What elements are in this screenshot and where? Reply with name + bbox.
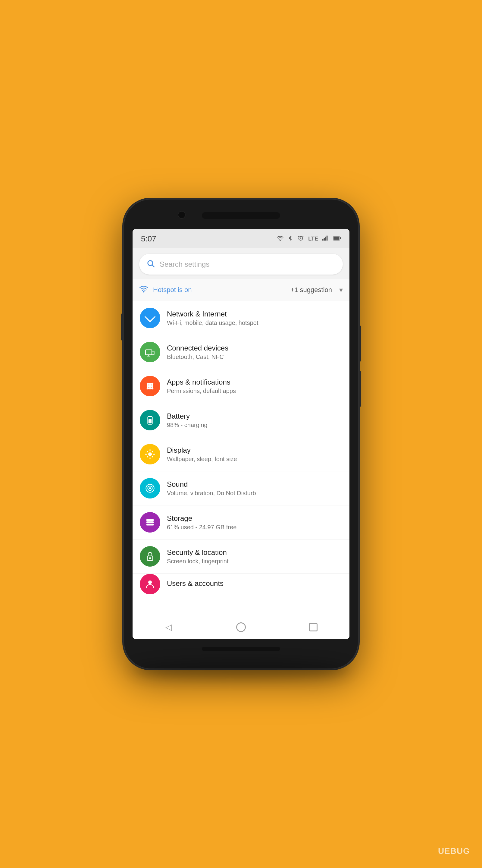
nav-bar: ◁ <box>133 615 349 639</box>
battery-icon <box>140 410 160 430</box>
settings-item-network[interactable]: Network & Internet Wi-Fi, mobile, data u… <box>133 301 349 335</box>
svg-rect-33 <box>147 521 154 523</box>
svg-line-10 <box>152 265 154 267</box>
battery-subtitle: 98% - charging <box>167 422 342 429</box>
settings-item-devices[interactable]: Connected devices Bluetooth, Cast, NFC <box>133 335 349 369</box>
security-subtitle: Screen lock, fingerprint <box>167 558 342 565</box>
svg-point-12 <box>150 321 151 322</box>
svg-rect-32 <box>147 519 154 521</box>
signal-status-icon <box>322 236 329 242</box>
status-bar: 5:07 <box>133 229 349 248</box>
suggestion-text: Hotspot is on <box>153 286 286 294</box>
sound-title: Sound <box>167 480 342 489</box>
apps-subtitle: Permissions, default apps <box>167 388 342 395</box>
speaker-bar <box>202 212 280 219</box>
svg-point-17 <box>149 383 151 385</box>
devices-subtitle: Bluetooth, Cast, NFC <box>167 353 342 361</box>
devices-icon <box>140 342 160 362</box>
network-text: Network & Internet Wi-Fi, mobile, data u… <box>167 310 342 327</box>
apps-icon <box>140 376 160 396</box>
svg-rect-7 <box>340 237 341 239</box>
security-icon <box>140 546 160 567</box>
sound-subtitle: Volume, vibration, Do Not Disturb <box>167 490 342 497</box>
lte-status-icon: LTE <box>308 236 318 241</box>
svg-point-28 <box>148 453 152 456</box>
settings-item-storage[interactable]: Storage 61% used - 24.97 GB free <box>133 505 349 539</box>
battery-text: Battery 98% - charging <box>167 412 342 429</box>
nav-back-button[interactable]: ◁ <box>160 618 178 636</box>
settings-item-battery[interactable]: Battery 98% - charging <box>133 403 349 437</box>
apps-text: Apps & notifications Permissions, defaul… <box>167 378 342 395</box>
power-button[interactable] <box>121 313 124 341</box>
watermark: UEBUG <box>438 846 470 856</box>
users-icon <box>140 574 160 594</box>
battery-title: Battery <box>167 412 342 421</box>
nav-back-icon: ◁ <box>165 622 172 632</box>
suggestion-hotspot-icon <box>139 284 148 296</box>
users-title: Users & accounts <box>167 579 342 588</box>
settings-item-security[interactable]: Security & location Screen lock, fingerp… <box>133 539 349 574</box>
display-icon <box>140 444 160 464</box>
svg-rect-13 <box>146 350 152 355</box>
devices-title: Connected devices <box>167 344 342 352</box>
svg-point-31 <box>149 487 151 489</box>
storage-subtitle: 61% used - 24.97 GB free <box>167 524 342 531</box>
network-title: Network & Internet <box>167 310 342 318</box>
battery-status-icon <box>333 236 341 242</box>
svg-point-24 <box>151 387 154 390</box>
svg-rect-5 <box>327 236 328 241</box>
network-icon <box>140 308 160 328</box>
display-subtitle: Wallpaper, sleep, font size <box>167 456 342 463</box>
settings-item-sound[interactable]: Sound Volume, vibration, Do Not Disturb <box>133 471 349 505</box>
display-title: Display <box>167 446 342 455</box>
suggestion-count: +1 suggestion <box>290 286 332 294</box>
settings-item-users[interactable]: Users & accounts <box>133 574 349 595</box>
users-text: Users & accounts <box>167 579 342 589</box>
svg-rect-8 <box>334 237 339 240</box>
alarm-status-icon <box>297 235 304 243</box>
svg-point-18 <box>151 383 154 385</box>
svg-point-11 <box>143 291 144 293</box>
svg-rect-3 <box>324 238 325 241</box>
security-text: Security & location Screen lock, fingerp… <box>167 548 342 565</box>
phone-shell: 5:07 <box>124 199 358 669</box>
search-bar-container: Search settings <box>133 248 349 279</box>
network-subtitle: Wi-Fi, mobile, data usage, hotspot <box>167 319 342 327</box>
display-text: Display Wallpaper, sleep, font size <box>167 446 342 463</box>
svg-point-19 <box>147 385 149 387</box>
search-bar[interactable]: Search settings <box>139 254 343 275</box>
nav-home-icon <box>236 622 246 632</box>
svg-point-36 <box>149 557 151 559</box>
settings-item-display[interactable]: Display Wallpaper, sleep, font size <box>133 437 349 471</box>
status-icons: LTE <box>277 235 341 243</box>
sound-icon <box>140 478 160 498</box>
svg-rect-34 <box>147 524 154 526</box>
front-camera <box>178 211 186 219</box>
svg-point-0 <box>280 240 281 241</box>
volume-down-button[interactable] <box>358 371 361 407</box>
security-title: Security & location <box>167 548 342 557</box>
status-time: 5:07 <box>141 234 156 244</box>
svg-point-20 <box>149 385 151 387</box>
storage-text: Storage 61% used - 24.97 GB free <box>167 514 342 531</box>
suggestion-bar[interactable]: Hotspot is on +1 suggestion ▾ <box>133 279 349 301</box>
svg-point-22 <box>147 387 149 390</box>
settings-list: Network & Internet Wi-Fi, mobile, data u… <box>133 301 349 615</box>
svg-point-23 <box>149 387 151 390</box>
settings-item-apps[interactable]: Apps & notifications Permissions, defaul… <box>133 369 349 403</box>
bottom-speaker <box>202 647 280 651</box>
storage-icon <box>140 512 160 532</box>
apps-title: Apps & notifications <box>167 378 342 386</box>
volume-up-button[interactable] <box>358 326 361 362</box>
storage-title: Storage <box>167 514 342 523</box>
nav-recent-button[interactable] <box>304 618 322 636</box>
suggestion-chevron-icon: ▾ <box>339 286 343 294</box>
nav-recent-icon <box>309 623 318 631</box>
bluetooth-status-icon <box>288 235 293 243</box>
search-icon <box>147 259 155 269</box>
devices-text: Connected devices Bluetooth, Cast, NFC <box>167 344 342 361</box>
svg-point-37 <box>148 581 152 584</box>
nav-home-button[interactable] <box>232 618 250 636</box>
hotspot-status-icon <box>277 235 284 243</box>
svg-rect-4 <box>325 237 326 241</box>
